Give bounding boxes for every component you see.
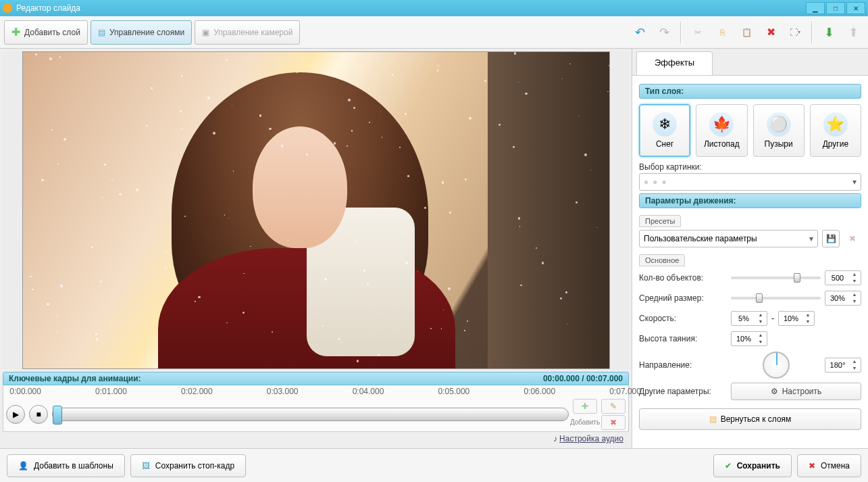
dots-icon: ●●● [644, 177, 671, 187]
spin-down[interactable]: ▼ [803, 318, 813, 325]
timeline-track[interactable] [52, 408, 569, 421]
count-label: Кол-во объектов: [639, 273, 727, 283]
save-preset-button[interactable]: 💾 [822, 230, 840, 247]
timeline-ruler[interactable]: 0:00.0000:01.0000:02.0000:03.0000:04.000… [3, 385, 629, 397]
speed-min-input[interactable] [732, 314, 756, 322]
layer-type-Листопад[interactable]: 🍁Листопад [696, 104, 747, 157]
audio-settings-link[interactable]: Настройка аудио [559, 434, 623, 443]
add-keyframe-button[interactable]: ✚ [573, 399, 597, 414]
tab-effects[interactable]: Эффекты [636, 51, 713, 75]
spin-up[interactable]: ▲ [850, 291, 859, 298]
save-stopframe-button[interactable]: 🖼 Сохранить стоп-кадр [130, 454, 246, 477]
paste-button[interactable]: 📋 [736, 22, 757, 43]
spin-down[interactable]: ▼ [756, 339, 765, 345]
tree-shape [488, 52, 609, 368]
speed-max-input[interactable] [779, 314, 803, 322]
divider [811, 22, 813, 43]
size-slider[interactable] [731, 297, 821, 299]
spin-down[interactable]: ▼ [850, 298, 859, 305]
play-button[interactable]: ▶ [6, 405, 25, 424]
camera-icon: ▣ [202, 28, 209, 37]
footer: 👤 Добавить в шаблоны 🖼 Сохранить стоп-ка… [0, 448, 868, 482]
size-input[interactable] [825, 294, 850, 302]
add-layer-button[interactable]: ✚ Добавить слой [4, 20, 88, 45]
tab-row: Эффекты [632, 49, 868, 76]
spin-down[interactable]: ▼ [850, 365, 859, 372]
type-icon: 🍁 [709, 112, 734, 137]
size-spinbox[interactable]: ▲▼ [825, 291, 861, 306]
cancel-button[interactable]: ✖ Отмена [797, 454, 861, 477]
manage-layers-label: Управление слоями [109, 28, 184, 37]
close-button[interactable]: ✕ [846, 2, 865, 14]
spin-down[interactable]: ▼ [756, 318, 765, 325]
ruler-tick: 0:05.000 [438, 387, 470, 396]
layer-type-Другие[interactable]: ⭐Другие [810, 104, 861, 157]
type-label: Другие [823, 139, 848, 149]
count-slider[interactable] [731, 276, 821, 279]
count-spinbox[interactable]: ▲▼ [825, 270, 861, 285]
delete-preset-button[interactable]: ✖ [844, 230, 861, 247]
preview-canvas[interactable] [22, 51, 610, 369]
layers-icon: ▤ [98, 28, 105, 37]
speed-min-spinbox[interactable]: ▲▼ [731, 311, 767, 326]
undo-button[interactable]: ↶ [629, 22, 650, 43]
add-template-label: Добавить в шаблоны [34, 461, 113, 471]
redo-button[interactable]: ↷ [653, 22, 675, 43]
timeline-time: 00:00.000 / 00:07.000 [543, 374, 623, 383]
gear-icon: ⚙ [771, 387, 778, 396]
spin-up[interactable]: ▲ [803, 312, 813, 318]
maximize-button[interactable]: □ [826, 2, 845, 14]
x-icon: ✖ [849, 234, 856, 243]
move-up-button[interactable]: ⬆ [842, 22, 864, 43]
divider [680, 22, 682, 43]
paste-icon: 📋 [742, 28, 752, 37]
user-plus-icon: 👤 [18, 461, 28, 471]
melt-spinbox[interactable]: ▲▼ [731, 331, 767, 346]
add-to-templates-button[interactable]: 👤 Добавить в шаблоны [7, 454, 125, 477]
manage-layers-button[interactable]: ▤ Управление слоями [91, 20, 192, 45]
play-icon: ▶ [13, 410, 19, 419]
configure-label: Настроить [782, 387, 822, 396]
save-button[interactable]: ✔ Сохранить [713, 454, 792, 477]
edit-keyframe-button[interactable]: ✎ [601, 399, 626, 414]
move-down-button[interactable]: ⬇ [818, 22, 840, 43]
back-to-layers-button[interactable]: ▤ Вернуться к слоям [639, 408, 861, 430]
configure-button[interactable]: ⚙ Настроить [731, 383, 861, 400]
timeline-header: Ключевые кадры для анимации: 00:00.000 /… [3, 372, 629, 385]
chevron-down-icon: ▾ [852, 177, 857, 187]
delete-keyframe-button[interactable]: ✖ [601, 415, 626, 430]
count-input[interactable] [825, 274, 850, 282]
fit-button[interactable]: ⛶▾ [784, 22, 806, 43]
melt-input[interactable] [732, 335, 756, 343]
preset-value: Пользовательские параметры [644, 234, 757, 243]
direction-label: Направление: [639, 360, 727, 370]
type-icon: ⭐ [823, 112, 848, 137]
ruler-tick: 0:03.000 [267, 387, 299, 396]
delete-button[interactable]: ✖ [760, 22, 782, 43]
cut-button[interactable]: ✂ [687, 22, 709, 43]
titlebar: Редактор слайда ▁ □ ✕ [0, 0, 868, 16]
delete-icon: ✖ [767, 26, 775, 39]
spin-up[interactable]: ▲ [850, 358, 859, 365]
direction-input[interactable] [825, 361, 850, 369]
minimize-button[interactable]: ▁ [806, 2, 825, 14]
layer-type-Пузыри[interactable]: ⚪Пузыри [753, 104, 805, 157]
timeline-handle[interactable] [53, 406, 62, 425]
spin-up[interactable]: ▲ [850, 271, 859, 278]
picture-select-dropdown[interactable]: ●●● ▾ [639, 173, 861, 191]
speed-max-spinbox[interactable]: ▲▼ [778, 311, 815, 326]
note-icon: ♪ [553, 434, 557, 443]
spin-up[interactable]: ▲ [756, 312, 765, 318]
direction-dial[interactable] [763, 352, 790, 379]
layer-type-Снег[interactable]: ❄Снег [639, 104, 690, 157]
plus-icon: ✚ [11, 26, 20, 39]
preset-dropdown[interactable]: Пользовательские параметры ▾ [639, 230, 818, 247]
copy-button[interactable]: ⎘ [711, 22, 733, 43]
direction-spinbox[interactable]: ▲▼ [825, 358, 861, 372]
stop-button[interactable]: ■ [29, 405, 48, 424]
melt-label: Высота таяния: [639, 334, 727, 343]
spin-down[interactable]: ▼ [850, 278, 859, 285]
copy-icon: ⎘ [720, 28, 725, 37]
spin-up[interactable]: ▲ [756, 332, 765, 339]
add-layer-label: Добавить слой [24, 28, 80, 37]
